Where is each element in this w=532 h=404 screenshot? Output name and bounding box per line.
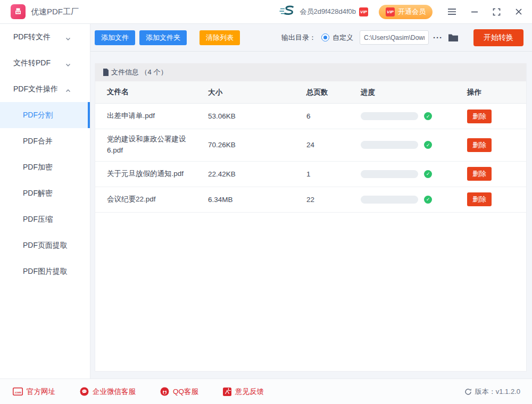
file-size: 53.06KB [208,112,306,120]
custom-dir-radio-label[interactable]: 自定义 [332,33,353,43]
qq-support-link[interactable]: QQ客服 [160,387,198,397]
sidebar-item-label: PDF合并 [23,137,53,146]
menu-hamburger-button[interactable] [447,8,456,15]
progress-cell: ✓ [361,196,467,204]
sidebar-item-label: PDF图片提取 [23,267,68,276]
main-area: 添加文件 添加文件夹 清除列表 输出目录： 自定义 ··· 开始转换 [90,24,532,378]
progress-bar [361,141,418,149]
file-info-header: 文件信息 （4 个） [95,63,526,81]
sidebar-item-label: PDF加密 [23,163,53,172]
maximize-button[interactable] [493,8,501,16]
action-cell: 删除 [467,192,526,206]
action-cell: 删除 [467,138,526,152]
start-convert-button[interactable]: 开始转换 [473,29,523,46]
file-name: 出差申请单.pdf [95,106,208,127]
member-info: 会员2d9f428d4f0b VIP [279,5,368,19]
version-info: 版本：v1.1.2.0 [464,387,520,397]
file-size: 6.34MB [208,196,306,204]
feedback-icon [223,388,231,396]
table-row: 会议纪要22.pdf 6.34MB 22 ✓ 删除 [95,187,526,213]
upgrade-label: 开通会员 [398,7,426,16]
custom-dir-radio[interactable] [321,33,329,41]
sidebar-group-label: PDF转文件 [13,32,51,42]
add-folder-button[interactable]: 添加文件夹 [139,30,187,45]
col-progress: 进度 [361,88,467,97]
chevron-down-icon [65,61,71,66]
version-label: 版本：v1.1.2.0 [475,387,520,397]
file-size: 70.26KB [208,141,306,149]
folder-icon [448,33,459,42]
content-area: 文件信息 （4 个） 文件名 大小 总页数 进度 操作 出差申请单.pdf 53… [90,52,532,378]
sidebar-item-pdf-page-extract[interactable]: PDF页面提取 [0,232,90,258]
wechat-icon [80,387,89,396]
browse-more-button[interactable]: ··· [433,33,443,42]
output-dir-label: 输出目录： [281,33,316,43]
open-folder-button[interactable] [448,33,459,42]
sidebar-group-pdf-file-ops[interactable]: PDF文件操作 [0,76,90,102]
qq-icon [160,387,169,396]
file-list-panel: 文件信息 （4 个） 文件名 大小 总页数 进度 操作 出差申请单.pdf 53… [95,63,527,372]
refresh-icon[interactable] [464,388,472,395]
table-row: 出差申请单.pdf 53.06KB 6 ✓ 删除 [95,104,526,129]
radio-dot [323,36,327,39]
sidebar: PDF转文件 文件转PDF PDF文件操作 PDF分割 [0,24,90,378]
website-icon: .com [13,388,23,395]
output-path-input[interactable] [360,30,429,45]
sidebar-item-pdf-image-extract[interactable]: PDF图片提取 [0,258,90,284]
check-circle-icon: ✓ [424,170,432,178]
app-window: PDF 优速PDF工厂 会员2d9f428d4f0b VIP VIP 开通会员 [0,0,532,404]
progress-cell: ✓ [361,170,467,178]
delete-button[interactable]: 删除 [467,138,492,152]
sidebar-item-pdf-merge[interactable]: PDF合并 [0,128,90,154]
file-name: 党的建设和廉政公署建设6.pdf [95,129,208,161]
action-cell: 删除 [467,167,526,181]
sidebar-item-pdf-split[interactable]: PDF分割 [0,102,90,128]
sidebar-item-label: PDF解密 [23,189,53,198]
output-dir-group: 输出目录： 自定义 ··· [281,30,459,45]
progress-cell: ✓ [361,141,467,149]
window-controls [447,8,522,16]
official-website-link[interactable]: .com 官方网址 [13,387,55,397]
col-size: 大小 [208,88,306,97]
action-cell: 删除 [467,110,526,123]
footer-link-label: 企业微信客服 [93,387,136,397]
minimize-button[interactable] [471,8,478,15]
file-pages: 22 [306,196,361,204]
col-pages: 总页数 [306,88,361,97]
file-name: 会议纪要22.pdf [95,189,208,210]
file-pages: 6 [306,112,361,120]
titlebar: PDF 优速PDF工厂 会员2d9f428d4f0b VIP VIP 开通会员 [0,0,532,24]
table-header-row: 文件名 大小 总页数 进度 操作 [95,81,526,104]
selected-indicator [88,102,90,128]
add-file-button[interactable]: 添加文件 [95,30,135,45]
app-brand: PDF 优速PDF工厂 [11,4,79,19]
feedback-link[interactable]: 意见反馈 [223,387,264,397]
close-button[interactable] [515,8,522,15]
upgrade-membership-button[interactable]: VIP 开通会员 [379,5,433,19]
sidebar-item-pdf-encrypt[interactable]: PDF加密 [0,154,90,180]
file-pages: 24 [306,141,361,149]
check-circle-icon: ✓ [424,112,432,120]
sidebar-group-label: 文件转PDF [13,58,51,68]
delete-button[interactable]: 删除 [467,192,492,206]
document-icon [103,69,109,76]
check-circle-icon: ✓ [424,196,432,204]
footer: .com 官方网址 企业微信客服 QQ客服 意见反馈 版本：v1.1.2.0 [0,378,532,404]
sidebar-group-pdf-to-file[interactable]: PDF转文件 [0,24,90,50]
delete-button[interactable]: 删除 [467,167,492,181]
sidebar-item-pdf-compress[interactable]: PDF压缩 [0,206,90,232]
speed-s-logo-icon [279,5,295,19]
file-name: 关于元旦放假的通知.pdf [95,164,208,184]
delete-button[interactable]: 删除 [467,110,492,123]
sidebar-item-pdf-decrypt[interactable]: PDF解密 [0,180,90,206]
progress-bar [361,196,418,204]
wechat-support-link[interactable]: 企业微信客服 [80,387,136,397]
sidebar-group-file-to-pdf[interactable]: 文件转PDF [0,50,90,76]
app-title: 优速PDF工厂 [31,7,79,17]
sidebar-item-label: PDF分割 [23,111,53,120]
sidebar-item-label: PDF页面提取 [23,241,68,250]
clear-list-button[interactable]: 清除列表 [200,30,240,45]
file-pages: 1 [306,170,361,178]
progress-bar [361,170,418,178]
chevron-up-icon [65,87,71,92]
